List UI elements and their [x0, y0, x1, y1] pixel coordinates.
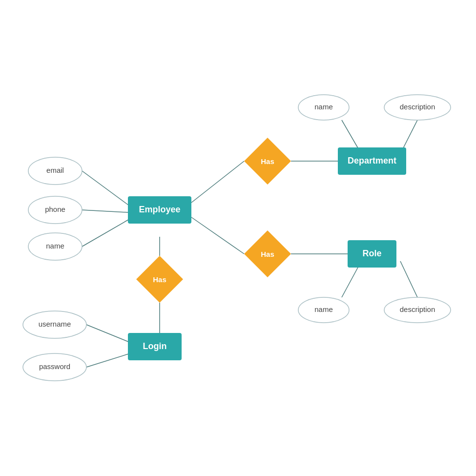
connector-role-desc — [400, 261, 417, 297]
attr-login-username-label: username — [39, 320, 71, 328]
attr-role-name-label: name — [314, 305, 333, 313]
connector-emp-phone — [82, 210, 128, 212]
attr-role-desc-label: description — [400, 305, 435, 313]
connector-emp-hasdept — [191, 161, 244, 203]
attr-login-password-label: password — [39, 362, 70, 371]
relation-has-role-label: Has — [261, 250, 274, 258]
relation-has-login-label: Has — [153, 275, 166, 284]
connector-login-username — [86, 325, 128, 342]
connector-emp-hasrole — [191, 217, 244, 254]
attr-emp-name-label: name — [46, 242, 64, 250]
entity-employee-label: Employee — [139, 205, 180, 214]
connector-emp-name — [82, 220, 128, 247]
entity-department-label: Department — [348, 156, 396, 166]
attr-dept-desc-label: description — [400, 103, 435, 111]
attr-email-label: email — [46, 166, 64, 174]
connector-login-password — [86, 354, 128, 367]
entity-login-label: Login — [143, 341, 167, 351]
entity-role-label: Role — [362, 248, 381, 258]
connector-emp-email — [82, 171, 128, 205]
relation-has-dept-label: Has — [261, 157, 274, 166]
attr-dept-name-label: name — [314, 103, 333, 111]
attr-phone-label: phone — [45, 205, 65, 213]
